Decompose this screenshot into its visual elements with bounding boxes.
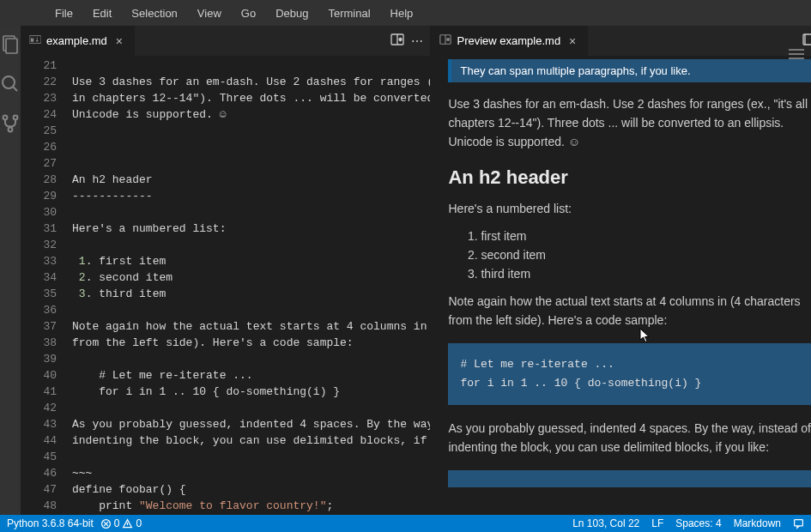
svg-point-10	[399, 39, 402, 41]
preview-paragraph: Note again how the actual text starts at…	[448, 292, 811, 329]
list-item: third item	[481, 264, 811, 283]
tab-preview[interactable]: Preview example.md ×	[431, 26, 589, 56]
search-icon[interactable]	[0, 74, 21, 94]
status-warnings-count: 0	[136, 517, 142, 529]
editor-group-right: Preview example.md × ⋯ They can span mul…	[431, 26, 811, 515]
open-preview-side-icon[interactable]	[390, 33, 404, 49]
menubar: File Edit Selection View Go Debug Termin…	[0, 0, 811, 26]
status-indentation[interactable]: Spaces: 4	[675, 517, 721, 529]
markdown-file-icon	[29, 33, 41, 48]
editor-body[interactable]: 2122232425262728293031323334353637383940…	[21, 56, 430, 515]
preview-codeblock: # Let me re-iterate ... for i in 1 .. 10…	[448, 343, 811, 405]
status-cursor-position[interactable]: Ln 103, Col 22	[572, 517, 639, 529]
menu-help[interactable]: Help	[383, 3, 421, 23]
preview-body[interactable]: They can span multiple paragraphs, if yo…	[431, 56, 811, 515]
menu-terminal[interactable]: Terminal	[320, 3, 378, 23]
tab-example-md[interactable]: example.md ×	[21, 26, 136, 56]
svg-line-3	[13, 87, 17, 91]
preview-paragraph: Here's a numbered list:	[448, 199, 811, 218]
menu-view[interactable]: View	[190, 3, 229, 23]
status-python[interactable]: Python 3.6.8 64-bit	[7, 517, 94, 529]
toolbar-button[interactable]	[787, 46, 806, 64]
status-language[interactable]: Markdown	[734, 517, 781, 529]
close-icon[interactable]: ×	[566, 34, 579, 48]
preview-paragraph: As you probably guessed, indented 4 spac…	[448, 419, 811, 456]
svg-point-13	[447, 39, 450, 41]
status-eol[interactable]: LF	[651, 517, 663, 529]
statusbar: Python 3.6.8 64-bit 0 0 Ln 103, Col 22 L…	[0, 515, 811, 532]
source-control-icon[interactable]	[0, 113, 21, 134]
list-item: second item	[481, 245, 811, 264]
svg-point-4	[3, 116, 8, 120]
tab-label: Preview example.md	[457, 34, 560, 47]
tabs-bar-right: Preview example.md × ⋯	[431, 26, 811, 56]
preview-paragraph: Use 3 dashes for an em-dash. Use 2 dashe…	[448, 94, 811, 151]
svg-point-5	[14, 116, 18, 120]
menu-debug[interactable]: Debug	[268, 3, 316, 23]
code-area[interactable]: Use 3 dashes for an em-dash. Use 2 dashe…	[72, 56, 430, 515]
status-feedback-icon[interactable]	[793, 518, 804, 529]
menu-go[interactable]: Go	[233, 3, 263, 23]
preview-icon	[439, 33, 451, 48]
close-icon[interactable]: ×	[112, 34, 126, 48]
status-errors-count: 0	[114, 517, 120, 529]
activity-bar	[0, 26, 21, 515]
more-actions-icon[interactable]: ⋯	[411, 34, 423, 48]
tab-label: example.md	[46, 34, 107, 47]
svg-point-6	[9, 128, 13, 132]
explorer-icon[interactable]	[0, 34, 21, 55]
list-item: first item	[481, 227, 811, 245]
status-problems[interactable]: 0 0	[100, 517, 142, 529]
menu-edit[interactable]: Edit	[85, 3, 119, 23]
svg-point-2	[3, 76, 15, 88]
tabs-bar-left: example.md × ⋯	[21, 26, 430, 56]
preview-h2: An h2 header	[448, 166, 811, 189]
preview-codeblock	[448, 470, 811, 487]
menu-file[interactable]: File	[47, 3, 81, 23]
preview-blockquote: They can span multiple paragraphs, if yo…	[448, 59, 811, 82]
svg-rect-1	[6, 39, 17, 53]
line-numbers: 2122232425262728293031323334353637383940…	[21, 56, 72, 515]
preview-ordered-list: first item second item third item	[481, 227, 811, 283]
svg-rect-19	[795, 519, 803, 525]
editor-group-left: example.md × ⋯ 2122232425262728293031323…	[21, 26, 431, 515]
menu-selection[interactable]: Selection	[124, 3, 185, 23]
